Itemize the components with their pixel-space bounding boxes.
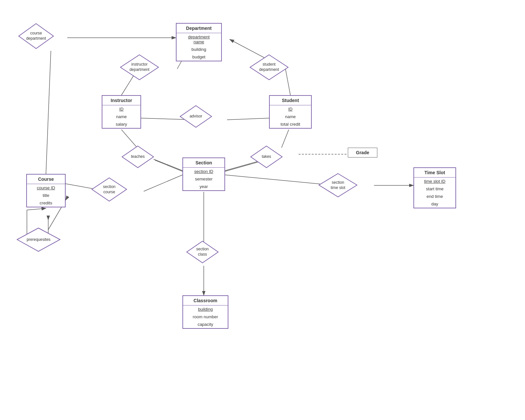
student-title: Student [270, 96, 311, 105]
grade-title: Grade [348, 148, 377, 157]
course-title: Course [27, 175, 65, 184]
entity-grade: Grade [348, 148, 377, 158]
entity-department: Department departmentname building budge… [176, 23, 222, 61]
diamond-instructor-dept: instructor department [120, 54, 159, 80]
diamond-section-course: section course [91, 177, 127, 202]
entity-course: Course course ID title credits [26, 174, 66, 207]
diamond-advisor-label: advisor [190, 114, 202, 119]
timeslot-attr-start: start time [414, 185, 455, 193]
svg-line-11 [121, 130, 137, 148]
department-title: Department [177, 24, 221, 33]
diamond-teaches-label: teaches [131, 154, 145, 159]
timeslot-attr-end: end time [414, 193, 455, 200]
instructor-attr-salary: salary [102, 120, 140, 128]
diamond-student-dept-label: student department [259, 62, 279, 72]
course-attr-credits: credits [27, 199, 65, 207]
student-attr-name: name [270, 113, 311, 120]
student-attr-id: ID [270, 105, 311, 113]
diamond-course-dept-label: course department [26, 31, 46, 41]
diamond-prerequesites-label: prerequesites [27, 237, 51, 242]
er-diagram: Department departmentname building budge… [0, 0, 525, 420]
classroom-title: Classroom [183, 296, 228, 305]
diamond-prerequesites: prerequesites [16, 227, 61, 252]
diamond-student-dept: student department [249, 54, 289, 80]
course-attr-id: course ID [27, 184, 65, 192]
student-attr-totalcredit: total credit [270, 120, 311, 128]
department-attr-name: departmentname [177, 33, 221, 46]
section-attr-id: section ID [183, 168, 224, 175]
course-attr-title: title [27, 192, 65, 199]
timeslot-attr-day: day [414, 200, 455, 208]
diamond-section-course-label: section course [103, 184, 116, 195]
svg-line-4 [46, 51, 51, 174]
svg-line-18 [144, 175, 182, 191]
department-attr-budget: budget [177, 53, 221, 61]
classroom-attr-room: room number [183, 313, 228, 321]
classroom-attr-capacity: capacity [183, 321, 228, 328]
diamond-takes-label: takes [262, 154, 271, 159]
svg-line-10 [227, 118, 269, 120]
svg-line-12 [154, 159, 182, 171]
svg-line-26 [27, 208, 46, 210]
svg-line-13 [155, 160, 183, 172]
instructor-attr-id: ID [102, 105, 140, 113]
entity-timeslot: Time Slot time slot ID start time end ti… [413, 167, 456, 208]
instructor-attr-name: name [102, 113, 140, 120]
timeslot-attr-id: time slot ID [414, 178, 455, 185]
entity-classroom: Classroom building room number capacity [182, 295, 228, 329]
diamond-instructor-dept-label: instructor department [130, 62, 150, 72]
diamond-advisor: advisor [179, 105, 212, 128]
diamond-takes: takes [250, 145, 283, 168]
diamond-teaches: teaches [121, 145, 154, 168]
svg-line-14 [282, 130, 289, 148]
diamond-section-class-label: section class [196, 247, 209, 257]
entity-instructor: Instructor ID name salary [102, 95, 141, 129]
instructor-title: Instructor [102, 96, 140, 105]
section-attr-semester: semester [183, 175, 224, 183]
timeslot-title: Time Slot [414, 168, 455, 177]
diamond-section-timeslot-label: section time slot [331, 180, 346, 190]
section-title: Section [183, 158, 224, 167]
diamond-course-dept: course department [18, 23, 54, 49]
classroom-attr-building: building [183, 305, 228, 313]
entity-section: Section section ID semester year [182, 158, 225, 191]
diamond-section-class: section class [186, 241, 219, 263]
department-attr-building: building [177, 46, 221, 53]
section-attr-year: year [183, 183, 224, 190]
entity-student: Student ID name total credit [269, 95, 312, 129]
diamond-section-timeslot: section time slot [318, 173, 358, 198]
